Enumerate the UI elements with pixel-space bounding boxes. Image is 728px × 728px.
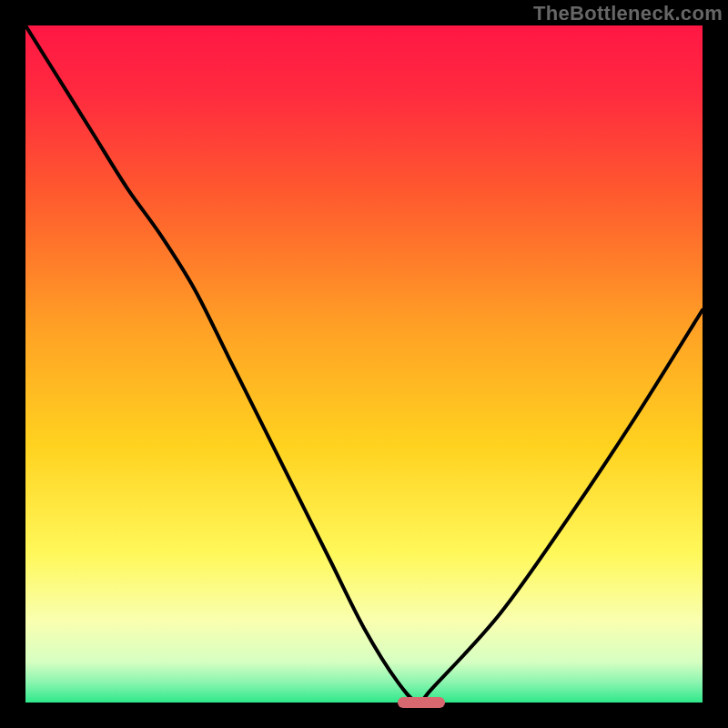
watermark-text: TheBottleneck.com (533, 2, 723, 25)
optimum-marker (398, 697, 445, 708)
chart-svg (25, 25, 703, 703)
gradient-background (25, 25, 703, 703)
chart-frame: TheBottleneck.com (0, 0, 728, 728)
plot-area (25, 25, 703, 703)
